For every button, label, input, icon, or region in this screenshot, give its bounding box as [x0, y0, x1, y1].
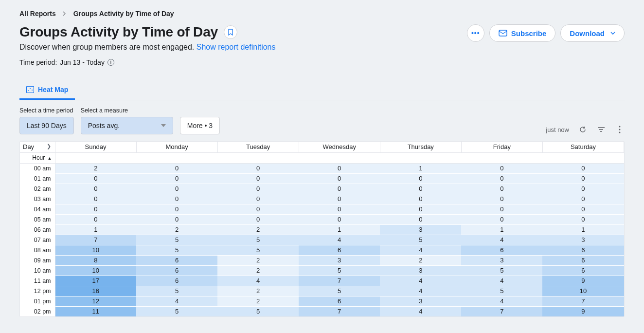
- heatmap-cell[interactable]: 3: [380, 296, 461, 306]
- heatmap-cell[interactable]: 10: [55, 245, 136, 255]
- heatmap-cell[interactable]: 6: [136, 255, 217, 265]
- heatmap-cell[interactable]: 6: [299, 245, 380, 255]
- heatmap-cell[interactable]: 6: [542, 255, 624, 265]
- heatmap-cell[interactable]: 0: [136, 163, 217, 173]
- heatmap-cell[interactable]: 6: [136, 265, 217, 276]
- heatmap-cell[interactable]: 0: [542, 173, 624, 184]
- heatmap-cell[interactable]: 0: [461, 194, 542, 204]
- heatmap-cell[interactable]: 0: [542, 163, 624, 173]
- heatmap-cell[interactable]: 7: [542, 296, 624, 306]
- heatmap-cell[interactable]: 6: [542, 265, 624, 276]
- heatmap-cell[interactable]: 4: [461, 296, 542, 306]
- info-icon[interactable]: i: [107, 59, 114, 66]
- heatmap-cell[interactable]: 5: [217, 306, 299, 316]
- heatmap-cell[interactable]: 3: [542, 235, 624, 245]
- heatmap-cell[interactable]: 2: [217, 265, 299, 276]
- heatmap-cell[interactable]: 0: [542, 184, 624, 194]
- heatmap-cell[interactable]: 0: [380, 214, 461, 224]
- heatmap-cell[interactable]: 0: [136, 184, 217, 194]
- heatmap-cell[interactable]: 0: [461, 204, 542, 214]
- heatmap-cell[interactable]: 0: [299, 173, 380, 184]
- subscribe-button[interactable]: Subscribe: [489, 24, 556, 42]
- heatmap-cell[interactable]: 4: [380, 245, 461, 255]
- heatmap-cell[interactable]: 0: [380, 194, 461, 204]
- heatmap-cell[interactable]: 0: [55, 184, 136, 194]
- filter-button[interactable]: [596, 125, 606, 134]
- day-header[interactable]: Tuesday: [217, 142, 299, 152]
- heatmap-cell[interactable]: 5: [136, 306, 217, 316]
- day-header[interactable]: Friday: [461, 142, 542, 152]
- heatmap-cell[interactable]: 7: [55, 235, 136, 245]
- heatmap-cell[interactable]: 7: [299, 276, 380, 286]
- heatmap-cell[interactable]: 0: [217, 204, 299, 214]
- day-header[interactable]: Saturday: [542, 142, 624, 152]
- heatmap-cell[interactable]: 0: [217, 163, 299, 173]
- heatmap-cell[interactable]: 0: [380, 173, 461, 184]
- heatmap-cell[interactable]: 6: [542, 245, 624, 255]
- heatmap-cell[interactable]: 0: [136, 204, 217, 214]
- heatmap-cell[interactable]: 5: [461, 265, 542, 276]
- heatmap-cell[interactable]: 8: [55, 255, 136, 265]
- heatmap-cell[interactable]: 0: [55, 214, 136, 224]
- more-filters-button[interactable]: More • 3: [180, 117, 220, 134]
- corner-day-header[interactable]: Day ❯: [20, 142, 55, 152]
- heatmap-cell[interactable]: 0: [136, 214, 217, 224]
- heatmap-cell[interactable]: 3: [380, 224, 461, 235]
- heatmap-cell[interactable]: 0: [461, 163, 542, 173]
- more-actions-button[interactable]: •••: [467, 24, 484, 42]
- table-options-button[interactable]: [615, 125, 625, 134]
- heatmap-cell[interactable]: 2: [217, 255, 299, 265]
- heatmap-cell[interactable]: 0: [55, 204, 136, 214]
- heatmap-cell[interactable]: 5: [299, 265, 380, 276]
- heatmap-cell[interactable]: 0: [461, 184, 542, 194]
- heatmap-cell[interactable]: 12: [55, 296, 136, 306]
- heatmap-cell[interactable]: 1: [299, 224, 380, 235]
- heatmap-cell[interactable]: 10: [55, 265, 136, 276]
- heatmap-cell[interactable]: 0: [217, 194, 299, 204]
- heatmap-cell[interactable]: 2: [217, 296, 299, 306]
- heatmap-cell[interactable]: 7: [299, 306, 380, 316]
- heatmap-cell[interactable]: 0: [55, 194, 136, 204]
- heatmap-cell[interactable]: 0: [217, 173, 299, 184]
- heatmap-cell[interactable]: 0: [217, 184, 299, 194]
- heatmap-cell[interactable]: 5: [380, 235, 461, 245]
- tab-heatmap[interactable]: Heat Map: [19, 81, 75, 100]
- heatmap-cell[interactable]: 0: [380, 184, 461, 194]
- heatmap-cell[interactable]: 5: [299, 286, 380, 296]
- heatmap-cell[interactable]: 0: [299, 163, 380, 173]
- heatmap-cell[interactable]: 4: [380, 286, 461, 296]
- day-header[interactable]: Thursday: [380, 142, 461, 152]
- heatmap-cell[interactable]: 7: [461, 306, 542, 316]
- heatmap-cell[interactable]: 2: [136, 224, 217, 235]
- day-header[interactable]: Sunday: [55, 142, 136, 152]
- heatmap-cell[interactable]: 4: [461, 235, 542, 245]
- heatmap-cell[interactable]: 4: [380, 306, 461, 316]
- heatmap-cell[interactable]: 4: [461, 276, 542, 286]
- measure-select[interactable]: Posts avg.: [81, 117, 173, 134]
- heatmap-cell[interactable]: 5: [136, 286, 217, 296]
- refresh-button[interactable]: [578, 125, 588, 134]
- heatmap-cell[interactable]: 0: [299, 184, 380, 194]
- heatmap-cell[interactable]: 2: [380, 255, 461, 265]
- heatmap-cell[interactable]: 1: [461, 224, 542, 235]
- heatmap-cell[interactable]: 0: [136, 194, 217, 204]
- heatmap-cell[interactable]: 16: [55, 286, 136, 296]
- heatmap-cell[interactable]: 0: [461, 214, 542, 224]
- heatmap-cell[interactable]: 0: [217, 214, 299, 224]
- heatmap-cell[interactable]: 10: [542, 286, 624, 296]
- heatmap-cell[interactable]: 2: [217, 224, 299, 235]
- heatmap-cell[interactable]: 0: [55, 173, 136, 184]
- heatmap-cell[interactable]: 0: [461, 173, 542, 184]
- bookmark-button[interactable]: [224, 25, 237, 39]
- heatmap-cell[interactable]: 0: [299, 204, 380, 214]
- heatmap-cell[interactable]: 5: [136, 235, 217, 245]
- heatmap-cell[interactable]: 0: [542, 194, 624, 204]
- heatmap-cell[interactable]: 3: [461, 255, 542, 265]
- heatmap-cell[interactable]: 11: [55, 306, 136, 316]
- day-header[interactable]: Monday: [136, 142, 217, 152]
- download-button[interactable]: Download: [560, 24, 625, 42]
- heatmap-cell[interactable]: 6: [461, 245, 542, 255]
- heatmap-cell[interactable]: 4: [217, 276, 299, 286]
- heatmap-cell[interactable]: 6: [299, 296, 380, 306]
- heatmap-cell[interactable]: 6: [136, 276, 217, 286]
